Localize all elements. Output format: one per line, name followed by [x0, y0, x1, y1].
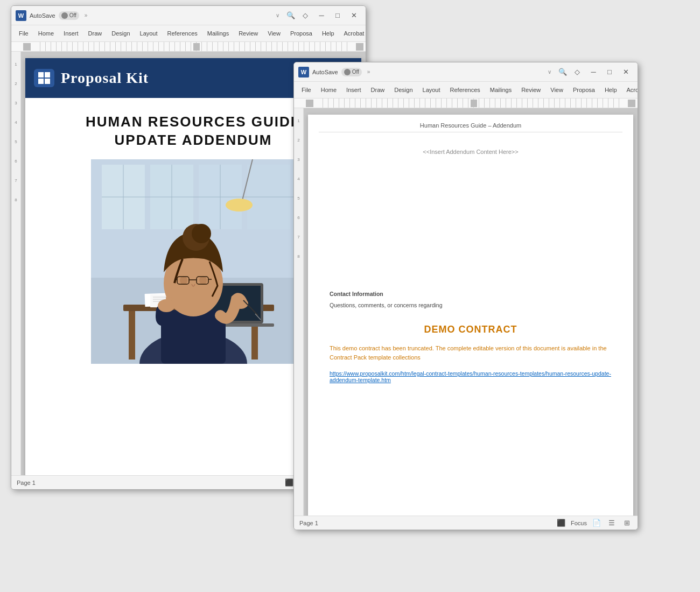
ruler-v-1: 1 2 3 4 5 6 7 8	[11, 52, 21, 475]
diamond-icon-2[interactable]: ◇	[570, 65, 585, 80]
tab-acrobat-2[interactable]: Acrobat	[622, 84, 638, 95]
tab-file-2[interactable]: File	[297, 84, 316, 95]
pk-squares-1	[38, 72, 50, 84]
ruler-num-2-1: 1	[294, 119, 303, 123]
title-bar-left-1: W AutoSave Off »	[16, 10, 270, 21]
tab-proposa-2[interactable]: Proposa	[569, 84, 599, 95]
ruler-num-2-5: 5	[294, 196, 303, 201]
ruler-left-handle-2[interactable]	[306, 100, 313, 107]
svg-point-30	[180, 276, 187, 285]
tab-file-1[interactable]: File	[15, 28, 33, 39]
contact-info: Contact Information Questions, comments,…	[308, 279, 633, 315]
pk-logo-1	[34, 69, 54, 87]
tab-draw-2[interactable]: Draw	[367, 84, 389, 95]
tab-mailings-2[interactable]: Mailings	[486, 84, 516, 95]
ruler-num-3: 3	[11, 101, 20, 105]
svg-point-41	[169, 287, 184, 298]
tab-references-2[interactable]: References	[446, 84, 485, 95]
status-icons-2: ⬛ Focus 📄 ☰ ⊞	[556, 518, 632, 528]
title-bar-center-2: ∨	[545, 69, 554, 75]
doc-header-text-2: Human Resources Guide – Addendum	[420, 122, 521, 129]
tab-layout-2[interactable]: Layout	[418, 84, 445, 95]
cover-illustration	[91, 159, 296, 364]
tab-mailings-1[interactable]: Mailings	[203, 28, 233, 39]
search-icon-2[interactable]: 🔍	[557, 66, 569, 78]
maximize-button-2[interactable]: □	[602, 65, 617, 80]
ruler-right-handle-1[interactable]	[356, 43, 363, 51]
content-spacer	[308, 171, 633, 279]
svg-point-40	[158, 299, 175, 312]
pk-sq-3	[38, 79, 44, 84]
tab-review-1[interactable]: Review	[234, 28, 262, 39]
ruler-num-2: 2	[11, 82, 20, 86]
pk-sq-1	[38, 72, 44, 77]
tab-insert-1[interactable]: Insert	[59, 28, 83, 39]
close-button-1[interactable]: ✕	[346, 8, 361, 23]
tab-design-1[interactable]: Design	[107, 28, 134, 39]
read-icon-2[interactable]: 📄	[591, 518, 602, 528]
tab-design-2[interactable]: Design	[390, 84, 417, 95]
tab-home-2[interactable]: Home	[317, 84, 341, 95]
minimize-button-1[interactable]: ─	[314, 8, 329, 23]
tab-proposa-1[interactable]: Proposa	[286, 28, 317, 39]
ribbon-tabs-1: File Home Insert Draw Design Layout Refe…	[11, 25, 366, 41]
tab-acrobat-1[interactable]: Acrobat	[340, 28, 366, 39]
tab-view-1[interactable]: View	[263, 28, 285, 39]
person-svg	[91, 159, 296, 364]
autosave-toggle-1[interactable]: Off	[59, 11, 79, 20]
focus-label-2: Focus	[571, 520, 587, 526]
ruler-left-handle-1[interactable]	[23, 43, 31, 51]
tab-help-1[interactable]: Help	[318, 28, 339, 39]
ruler-num-2-8: 8	[294, 255, 303, 259]
ruler-center-handle-2[interactable]	[471, 100, 477, 107]
ribbon-2: File Home Insert Draw Design Layout Refe…	[294, 82, 638, 98]
autosave-toggle-2[interactable]: Off	[341, 68, 362, 76]
insert-placeholder: <<Insert Addendum Content Here>>	[308, 132, 633, 171]
autosave-label-2: AutoSave	[312, 69, 338, 75]
ribbon-tabs-2: File Home Insert Draw Design Layout Refe…	[294, 82, 638, 98]
search-icon-1[interactable]: 🔍	[285, 10, 297, 22]
ruler-center-handle-1[interactable]	[193, 43, 200, 51]
doc-header-2: Human Resources Guide – Addendum	[319, 115, 622, 132]
focus-icon-2[interactable]: ⬛	[556, 518, 566, 528]
ribbon-1: File Home Insert Draw Design Layout Refe…	[11, 25, 366, 42]
doc-scroll-2: Human Resources Guide – Addendum <<Inser…	[304, 108, 638, 516]
tab-review-2[interactable]: Review	[517, 84, 545, 95]
ruler-content-2	[318, 98, 624, 108]
tab-draw-1[interactable]: Draw	[84, 28, 107, 39]
tab-help-2[interactable]: Help	[600, 84, 621, 95]
ruler-num-7: 7	[11, 179, 20, 183]
ruler-num-2-4: 4	[294, 177, 303, 181]
pk-sq-4	[45, 79, 50, 84]
maximize-button-1[interactable]: □	[330, 8, 345, 23]
demo-link[interactable]: https://www.proposalkit.com/htm/legal-co…	[308, 367, 633, 386]
diamond-icon-1[interactable]: ◇	[298, 8, 313, 23]
tab-layout-1[interactable]: Layout	[136, 28, 162, 39]
tab-references-1[interactable]: References	[163, 28, 202, 39]
toggle-knob-1	[61, 12, 68, 19]
page-indicator-1: Page 1	[17, 480, 36, 486]
title-bar-center-1: ∨	[274, 12, 282, 18]
minimize-button-2[interactable]: ─	[586, 65, 601, 80]
tab-view-2[interactable]: View	[546, 84, 568, 95]
tab-insert-2[interactable]: Insert	[342, 84, 366, 95]
ruler-num-4: 4	[11, 121, 20, 125]
title-bar-right-1: 🔍 ◇ ─ □ ✕	[285, 8, 361, 23]
tab-home-1[interactable]: Home	[34, 28, 58, 39]
ruler-num-8: 8	[11, 198, 20, 202]
close-button-2[interactable]: ✕	[618, 65, 633, 80]
svg-point-29	[192, 224, 211, 243]
ruler-right-handle-2[interactable]	[628, 100, 635, 107]
title-nav-down-1[interactable]: ∨	[274, 12, 282, 18]
svg-point-31	[199, 276, 207, 285]
toolbar-expand-1[interactable]: »	[82, 12, 90, 18]
doc-page-2[interactable]: Human Resources Guide – Addendum <<Inser…	[308, 115, 633, 516]
placeholder-text: <<Insert Addendum Content Here>>	[423, 149, 518, 155]
ruler-h-2	[294, 98, 638, 108]
title-nav-down-2[interactable]: ∨	[545, 69, 554, 75]
proposal-kit-logo-text: Proposal Kit	[61, 69, 149, 87]
page-indicator-2: Page 1	[299, 520, 318, 526]
toolbar-expand-2[interactable]: »	[365, 69, 373, 75]
view-icon-2[interactable]: ☰	[606, 518, 617, 528]
zoom-icon-2[interactable]: ⊞	[621, 518, 632, 528]
